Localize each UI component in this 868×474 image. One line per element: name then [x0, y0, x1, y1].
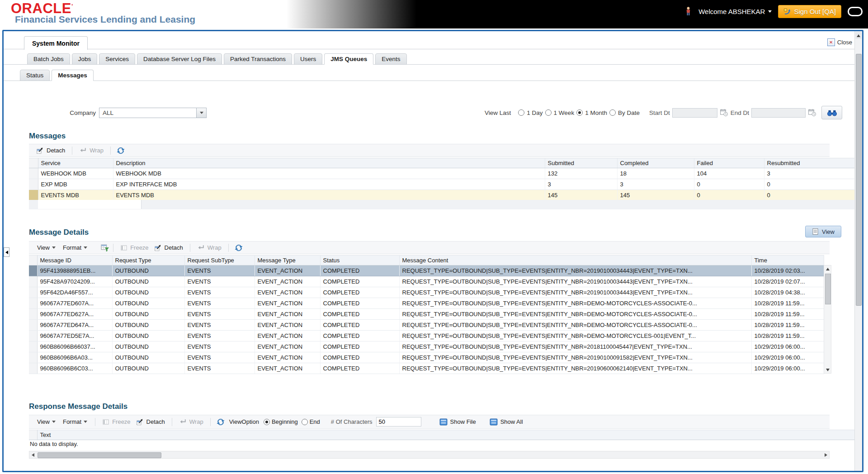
table-row[interactable]: 95F642DA46F557... OUTBOUND EVENTS EVENT_… [29, 287, 824, 298]
col-message-id[interactable]: Message ID [37, 256, 112, 265]
table-row[interactable]: 960B86096B66037... OUTBOUND EVENTS EVENT… [29, 341, 824, 352]
close-button[interactable]: ✕ Close [827, 38, 852, 46]
table-row-selected[interactable]: EVENTS MDB EVENTS MDB 145 145 0 0 [29, 190, 854, 201]
scrollbar-thumb[interactable] [856, 54, 862, 306]
view-menu[interactable]: View [33, 244, 59, 251]
table-row[interactable]: EXP MDB EXP INTERFACE MDB 3 3 0 0 [29, 179, 854, 190]
cell-message-content: REQUEST_TYPE=OUTBOUND|SUB_TYPE=EVENTS|EN… [399, 276, 751, 287]
tab-services[interactable]: Services [99, 53, 135, 65]
num-characters-input[interactable] [376, 417, 421, 427]
table-row[interactable]: 960B86096B6A03... OUTBOUND EVENTS EVENT_… [29, 352, 824, 363]
col-message-type[interactable]: Message Type [255, 256, 320, 265]
show-all-button[interactable]: Show All [487, 418, 526, 426]
cell-message-content: REQUEST_TYPE=OUTBOUND|SUB_TYPE=EVENTS|EN… [399, 331, 751, 341]
radio-1-month[interactable] [576, 109, 583, 116]
welcome-user-menu[interactable]: Welcome ABSHEKAR [698, 8, 772, 15]
tab-jms-queues[interactable]: JMS Queues [324, 53, 373, 65]
table-row[interactable]: 95F428A97024209... OUTBOUND EVENTS EVENT… [29, 276, 824, 287]
tab-users[interactable]: Users [294, 53, 322, 65]
toolbar-separator [172, 418, 172, 426]
col-status[interactable]: Status [320, 256, 399, 265]
cell-submitted: 145 [545, 190, 617, 201]
detach-icon [154, 244, 162, 251]
table-row[interactable]: 96067A77ED607A... OUTBOUND EVENTS EVENT_… [29, 298, 824, 309]
col-time[interactable]: Time [751, 256, 824, 265]
table-row[interactable]: 960B86096B6C03... OUTBOUND EVENTS EVENT_… [29, 363, 824, 374]
panel-collapse-handle[interactable] [4, 247, 9, 257]
scrollbar-thumb[interactable] [825, 274, 831, 304]
window-title-tab[interactable]: System Monitor [24, 36, 88, 50]
horizontal-scrollbar[interactable] [29, 451, 830, 459]
show-file-icon [439, 418, 448, 426]
document-icon [812, 228, 819, 235]
scroll-left-arrow[interactable] [29, 451, 36, 458]
table-row[interactable]: WEBHOOK MDB WEBHOOK MDB 132 18 104 3 [29, 168, 854, 179]
start-dt-input[interactable] [672, 108, 717, 118]
tab-parked-transactions[interactable]: Parked Transactions [224, 53, 292, 65]
refresh-icon[interactable] [117, 147, 125, 155]
refresh-icon[interactable] [235, 244, 243, 252]
toolbar-separator [190, 244, 190, 252]
end-dt-calendar-icon[interactable] [808, 109, 816, 117]
query-by-example-icon[interactable] [101, 244, 109, 251]
scroll-down-arrow[interactable] [824, 366, 831, 373]
top-header: ORACLE’ Financial Services Lending and L… [0, 0, 868, 28]
detach-button[interactable]: Detach [151, 244, 186, 251]
start-dt-calendar-icon[interactable] [720, 109, 728, 117]
tab-status[interactable]: Status [20, 70, 50, 81]
refresh-icon[interactable] [217, 418, 225, 426]
tab-database-server-log-files[interactable]: Database Server Log Files [137, 53, 222, 65]
col-submitted[interactable]: Submitted [545, 158, 617, 168]
view-menu[interactable]: View [33, 418, 59, 425]
end-dt-input[interactable] [751, 108, 806, 118]
start-dt-label: Start Dt [649, 109, 670, 116]
wrap-label: Wrap [90, 147, 104, 154]
col-resubmitted[interactable]: Resubmitted [764, 158, 854, 168]
freeze-button: Freeze [99, 418, 133, 426]
col-request-subtype[interactable]: Request SubType [184, 256, 255, 265]
tab-jobs[interactable]: Jobs [72, 53, 98, 65]
show-file-button[interactable]: Show File [437, 418, 479, 426]
filter-row: Company ALL View Last 1 Day 1 Week 1 Mon… [4, 106, 842, 119]
search-button[interactable] [821, 106, 842, 119]
col-request-type[interactable]: Request Type [112, 256, 184, 265]
radio-1-week[interactable] [545, 109, 552, 116]
radio-by-date[interactable] [609, 109, 616, 116]
format-menu[interactable]: Format [59, 418, 91, 425]
col-description[interactable]: Description [113, 158, 545, 168]
window-title: System Monitor [32, 40, 80, 47]
tab-batch-jobs[interactable]: Batch Jobs [27, 53, 70, 65]
scroll-up-arrow[interactable] [855, 32, 862, 39]
scroll-right-arrow[interactable] [822, 451, 829, 458]
message-details-scrollbar[interactable] [824, 265, 831, 374]
radio-beginning-label: Beginning [272, 418, 298, 425]
table-row[interactable]: 96067A77ED627A... OUTBOUND EVENTS EVENT_… [29, 309, 824, 320]
scrollbar-thumb[interactable] [38, 452, 161, 458]
view-button[interactable]: View [805, 226, 841, 237]
table-row-selected[interactable]: 95F4139888951EB... OUTBOUND EVENTS EVENT… [29, 265, 824, 276]
col-service[interactable]: Service [38, 158, 113, 168]
col-message-content[interactable]: Message Content [399, 256, 751, 265]
scroll-up-arrow[interactable] [824, 265, 831, 272]
cell-message-content: REQUEST_TYPE=OUTBOUND|SUB_TYPE=EVENTS|EN… [399, 265, 751, 276]
window-vertical-scrollbar[interactable] [854, 31, 862, 471]
tab-messages[interactable]: Messages [52, 70, 94, 81]
cell-request-subtype: EVENTS [184, 363, 255, 374]
tab-events[interactable]: Events [375, 53, 406, 65]
chevron-down-icon [52, 246, 56, 249]
radio-1-day[interactable] [518, 109, 524, 116]
radio-beginning[interactable] [264, 419, 270, 425]
col-failed[interactable]: Failed [694, 158, 764, 168]
table-row[interactable]: 96067A77ED5E7A... OUTBOUND EVENTS EVENT_… [29, 331, 824, 341]
radio-1-week-label: 1 Week [554, 109, 575, 116]
table-row[interactable]: 96067A77ED647A... OUTBOUND EVENTS EVENT_… [29, 320, 824, 331]
col-text[interactable]: Text [37, 430, 854, 440]
radio-end[interactable] [302, 419, 308, 425]
col-completed[interactable]: Completed [617, 158, 694, 168]
company-select[interactable]: ALL [99, 108, 207, 118]
detach-button[interactable]: Detach [133, 418, 168, 426]
company-dropdown-button[interactable] [196, 108, 206, 118]
format-menu[interactable]: Format [59, 244, 91, 251]
messages-detach-button[interactable]: Detach [33, 147, 68, 154]
sign-out-button[interactable]: Sign Out [QA] [778, 5, 841, 18]
